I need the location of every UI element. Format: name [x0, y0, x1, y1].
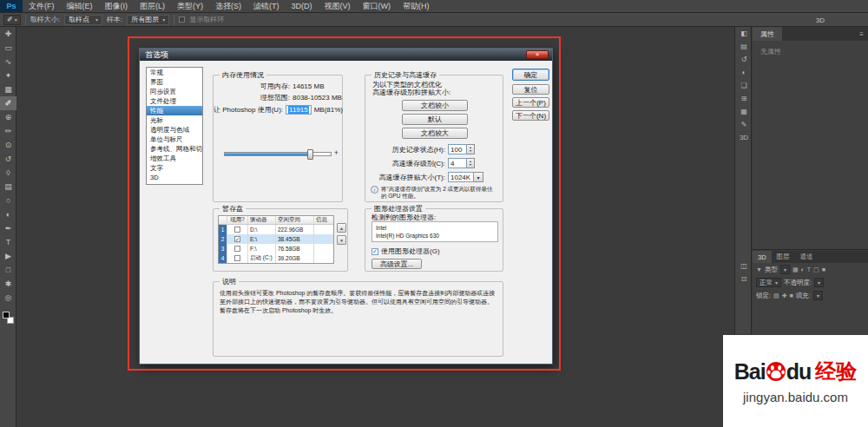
scratch-active-checkbox[interactable] — [234, 246, 240, 252]
clone-stamp-tool[interactable]: ⊙ — [0, 138, 16, 152]
menu-item-file[interactable]: 文件(F) — [23, 0, 61, 12]
menu-item-filter[interactable]: 滤镜(T) — [247, 0, 286, 12]
sample-size-select[interactable]: 取样点 ▾ — [64, 15, 102, 25]
hand-tool[interactable]: ✱ — [0, 277, 16, 291]
list-item-transparency[interactable]: 透明度与色域 — [147, 125, 202, 135]
opacity-select[interactable]: ▾ — [814, 278, 824, 287]
sample-select[interactable]: 所有图层 ▾ — [127, 15, 169, 25]
spinner-arrows[interactable]: ▴▾ — [467, 158, 475, 168]
notes-panel-icon[interactable]: ⊡ — [735, 273, 753, 286]
memory-slider[interactable] — [224, 152, 332, 156]
menu-item-help[interactable]: 帮助(H) — [397, 0, 436, 12]
memory-amount-input[interactable]: 11915 — [286, 105, 312, 115]
color-swatches[interactable] — [0, 310, 16, 325]
adjustments-panel-icon[interactable]: ◐ — [735, 66, 753, 79]
dodge-tool[interactable]: ◐ — [0, 207, 16, 221]
menu-item-window[interactable]: 窗口(W) — [357, 0, 398, 12]
path-select-tool[interactable]: ▶ — [0, 249, 16, 263]
quick-select-tool[interactable]: ✦ — [0, 69, 16, 82]
close-button[interactable]: × — [526, 50, 549, 59]
spin-down-icon[interactable]: ▾ — [470, 163, 471, 167]
menu-item-3d[interactable]: 3D(D) — [286, 0, 319, 12]
list-item-performance[interactable]: 性能 — [147, 106, 202, 115]
type-tool[interactable]: T — [0, 235, 16, 249]
list-item-plugins[interactable]: 增效工具 — [147, 154, 202, 163]
styles-panel-icon[interactable]: ❏ — [735, 79, 753, 92]
tab-properties[interactable]: 属性 — [753, 27, 782, 41]
crop-tool[interactable]: ▦ — [0, 82, 16, 96]
history-brush-tool[interactable]: ↺ — [0, 152, 16, 166]
pen-tool[interactable]: ✒ — [0, 221, 16, 235]
lock-transparency-icon[interactable]: ▨ — [773, 292, 779, 299]
ok-button[interactable]: 确定 — [512, 69, 549, 81]
menu-item-image[interactable]: 图像(I) — [99, 0, 135, 12]
lasso-tool[interactable]: ∿ — [0, 55, 16, 69]
eraser-tool[interactable]: ◊ — [0, 166, 16, 180]
shape-tool[interactable]: □ — [0, 263, 16, 277]
workspace-switcher[interactable]: 3D — [816, 13, 825, 27]
blur-tool[interactable]: ○ — [0, 194, 16, 207]
show-sampling-ring-checkbox[interactable] — [179, 16, 185, 23]
fill-select[interactable]: ▾ — [813, 291, 823, 300]
history-panel-icon[interactable]: ↺ — [735, 53, 753, 66]
tab-3d-panel[interactable]: 3D — [753, 251, 772, 263]
tab-layers[interactable]: 图层 — [772, 251, 795, 263]
swatches-panel-icon[interactable]: ▤ — [735, 40, 753, 53]
scratch-active-checkbox[interactable]: ✓ — [234, 236, 240, 242]
foreground-color-swatch[interactable] — [3, 312, 10, 319]
scratch-active-checkbox[interactable] — [234, 255, 240, 261]
scratch-disk-row[interactable]: 2 ✓ E:\ 38.45GB — [219, 234, 333, 244]
marquee-tool[interactable]: ▭ — [0, 41, 16, 55]
filter-adjustment-icon[interactable]: ◐ — [801, 266, 805, 273]
scratch-active-checkbox[interactable] — [234, 227, 240, 233]
memory-slider-thumb[interactable] — [307, 149, 313, 160]
menu-item-layer[interactable]: 图层(L) — [134, 0, 171, 12]
channels-panel-icon[interactable]: ▦ — [735, 105, 753, 118]
healing-tool[interactable]: ⊕ — [0, 110, 16, 124]
list-item-sync[interactable]: 同步设置 — [147, 87, 202, 96]
eyedropper-tool[interactable]: ✐ — [0, 96, 16, 110]
filter-type-select[interactable]: ▾ — [780, 265, 790, 274]
zoom-tool[interactable]: ◎ — [0, 291, 16, 305]
tool-preset-dropdown[interactable]: ✐ ▾ — [3, 15, 21, 25]
prev-button[interactable]: 上一个(P) — [512, 97, 549, 108]
info-panel-icon[interactable]: ⊞ — [735, 92, 753, 105]
paths-panel-icon[interactable]: ✎ — [735, 118, 753, 131]
lock-all-icon[interactable]: ■ — [790, 292, 793, 299]
menu-item-edit[interactable]: 编辑(E) — [61, 0, 99, 12]
docs-smaller-button[interactable]: 文档较小 — [402, 100, 468, 111]
move-disk-down-button[interactable]: ▼ — [337, 235, 346, 245]
threed-panel-icon[interactable]: 3D — [735, 131, 753, 144]
dialog-titlebar[interactable]: 首选项 — [140, 49, 552, 61]
blend-mode-select[interactable]: 正常▾ — [756, 278, 781, 287]
list-item-general[interactable]: 常规 — [147, 68, 202, 77]
list-item-type[interactable]: 文字 — [147, 163, 202, 173]
next-button[interactable]: 下一个(N) — [512, 110, 549, 121]
move-tool[interactable]: ✚ — [0, 27, 16, 41]
filter-smart-icon[interactable]: ■ — [822, 266, 825, 273]
menu-item-type[interactable]: 类型(Y) — [171, 0, 209, 12]
list-item-units-rulers[interactable]: 单位与标尺 — [147, 135, 202, 144]
panel-menu-icon[interactable]: ≡ — [855, 27, 868, 41]
docs-bigger-button[interactable]: 文档较大 — [402, 128, 468, 139]
list-item-3d[interactable]: 3D — [147, 173, 202, 182]
filter-type-icon[interactable]: T — [807, 266, 811, 273]
tab-channels[interactable]: 通道 — [795, 251, 819, 263]
timeline-panel-icon[interactable]: ◫ — [735, 259, 753, 273]
cache-levels-input[interactable]: 4 ▴▾ — [448, 158, 475, 168]
scratch-disk-row[interactable]: 1 D:\ 222.96GB — [219, 225, 333, 234]
brush-tool[interactable]: ✏ — [0, 124, 16, 138]
move-disk-up-button[interactable]: ▲ — [337, 223, 346, 233]
photoshop-logo-icon[interactable]: Ps — [0, 0, 23, 12]
default-button[interactable]: 默认 — [402, 114, 468, 125]
scratch-disk-row[interactable]: 3 F:\ 76.58GB — [219, 244, 333, 253]
spin-down-icon[interactable]: ▾ — [470, 149, 471, 153]
spinner-arrows[interactable]: ▴▾ — [467, 144, 475, 154]
menu-item-view[interactable]: 视图(V) — [319, 0, 357, 12]
cache-tile-size-select[interactable]: 1024K ▾ — [448, 172, 483, 182]
use-gpu-checkbox[interactable]: ✓ — [372, 248, 378, 255]
advanced-settings-button[interactable]: 高级设置... — [372, 259, 422, 269]
list-item-guides-grid[interactable]: 参考线、网格和切片 — [147, 144, 202, 154]
reset-button[interactable]: 复位 — [512, 84, 549, 95]
history-states-input[interactable]: 100 ▴▾ — [448, 144, 475, 154]
